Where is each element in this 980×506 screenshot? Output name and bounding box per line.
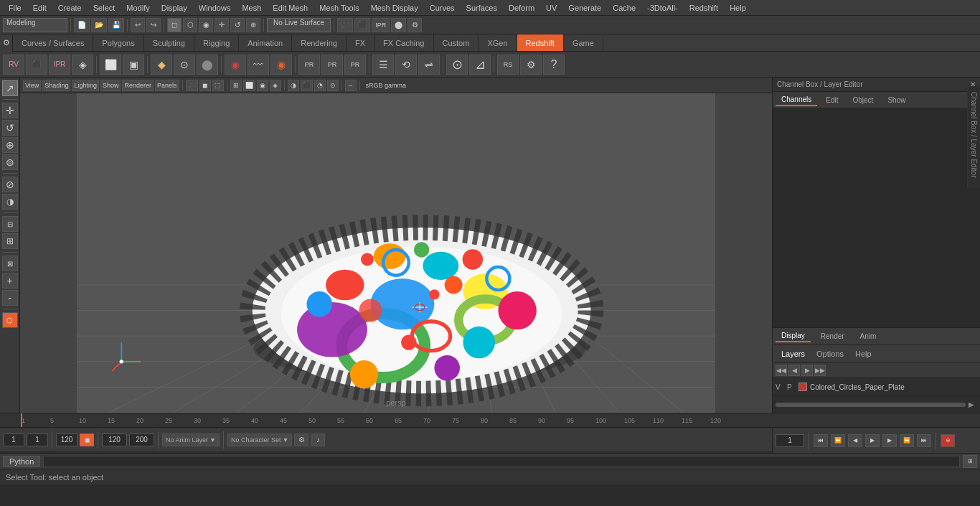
timeline-ruler[interactable]: 1 5 10 15 20 25 30 35 40 45 50 55 60 65 …	[0, 413, 980, 427]
vp-lighting-menu[interactable]: Lighting	[72, 80, 99, 91]
menu-surfaces[interactable]: Surfaces	[461, 2, 503, 14]
menu-cache[interactable]: Cache	[607, 2, 641, 14]
playback-range-btn[interactable]: ◼	[80, 434, 94, 446]
end-range-input[interactable]	[102, 434, 127, 446]
shelf-icon-7[interactable]: ◆	[151, 55, 172, 75]
tab-sculpting[interactable]: Sculpting	[144, 34, 194, 51]
anim-layer-dropdown[interactable]: No Anim Layer ▼	[162, 434, 220, 446]
prev-frame-btn[interactable]: ◀	[848, 434, 862, 447]
auto-key-btn[interactable]: ⊕	[941, 434, 955, 447]
tab-xgen[interactable]: XGen	[479, 34, 517, 51]
layer-prev-btn[interactable]: ◀◀	[776, 365, 787, 376]
scroll-right-btn[interactable]: ▶	[966, 399, 977, 411]
scrollbar-track[interactable]	[776, 403, 966, 407]
menu-curves[interactable]: Curves	[424, 2, 461, 14]
vp-renderer-menu[interactable]: Renderer	[122, 80, 154, 91]
menu-create[interactable]: Create	[52, 2, 88, 14]
shelf-icon-18[interactable]: RS	[497, 55, 519, 75]
menu-redshift[interactable]: Redshift	[684, 2, 724, 14]
menu-windows[interactable]: Windows	[193, 2, 237, 14]
shelf-icon-11[interactable]: 〰	[248, 55, 269, 75]
tab-fx-caching[interactable]: FX Caching	[374, 34, 433, 51]
vp-isolate-btn[interactable]: ⬚	[212, 80, 224, 91]
layer-item[interactable]: V P Colored_Circles_Paper_Plate	[773, 378, 980, 395]
tab-game[interactable]: Game	[564, 34, 603, 51]
vp-dof-btn[interactable]: ⊙	[327, 80, 339, 91]
vp-ao-btn[interactable]: ◔	[314, 80, 326, 91]
move-tool[interactable]: ✛	[2, 103, 18, 118]
shelf-icon-pr2[interactable]: PR	[321, 55, 343, 75]
ch-tab-show[interactable]: Show	[882, 95, 911, 106]
minus-tool[interactable]: -	[2, 290, 18, 306]
options-tab[interactable]: Options	[814, 348, 847, 360]
layer-next-btn[interactable]: ▶	[801, 365, 813, 376]
render2-btn[interactable]: ⬤	[391, 18, 406, 32]
menu-mesh-tools[interactable]: Mesh Tools	[314, 2, 364, 14]
layer-prev2-btn[interactable]: ◀	[788, 365, 800, 376]
render-tab[interactable]: Render	[815, 331, 850, 342]
snap-tool[interactable]: ⊟	[2, 216, 18, 232]
current-frame-input[interactable]	[3, 434, 24, 446]
help-tab[interactable]: Help	[852, 348, 875, 360]
ch-tab-object[interactable]: Object	[847, 95, 880, 106]
shelf-icon-15[interactable]: ⇌	[418, 55, 440, 75]
camera-tool[interactable]: ⬡	[2, 312, 18, 328]
shelf-icon-2[interactable]: ⬛	[26, 55, 47, 75]
redo-btn[interactable]: ↪	[146, 18, 161, 32]
layer-color-swatch[interactable]	[798, 383, 807, 391]
render-settings-btn[interactable]: ⚙	[407, 18, 422, 32]
step-forward-btn[interactable]: ⏩	[900, 434, 914, 447]
play-back-btn[interactable]: ▶	[865, 434, 880, 447]
shelf-icon-5[interactable]: ⬜	[100, 55, 121, 75]
vp-pan-btn[interactable]: ↔	[345, 80, 357, 91]
vp-texture-btn[interactable]: ◈	[270, 80, 281, 91]
menu-edit[interactable]: Edit	[27, 2, 52, 14]
new-file-btn[interactable]: 📄	[74, 18, 90, 32]
vp-xray-btn[interactable]: ◑	[288, 80, 299, 91]
scale-tool[interactable]: ⊕	[2, 137, 18, 153]
vp-render-icon[interactable]: ◼	[199, 80, 211, 91]
menu-generate[interactable]: Generate	[562, 2, 607, 14]
anim-tab[interactable]: Anim	[854, 331, 882, 342]
show-tool[interactable]: +	[2, 273, 18, 289]
ch-tab-channels[interactable]: Channels	[776, 94, 817, 106]
measure-tool[interactable]: ⊞	[2, 233, 18, 249]
paint-tool[interactable]: ◑	[2, 194, 18, 210]
shelf-icon-16[interactable]: ⊙	[446, 55, 468, 75]
layer-scrollbar[interactable]: ▶	[773, 395, 980, 413]
python-input[interactable]	[43, 456, 960, 467]
shelf-icon-8[interactable]: ⊙	[174, 55, 195, 75]
menu-mesh-display[interactable]: Mesh Display	[365, 2, 424, 14]
vp-smooth-btn[interactable]: ◉	[257, 80, 268, 91]
rotate-tool[interactable]: ↺	[2, 120, 18, 136]
menu-select[interactable]: Select	[88, 2, 121, 14]
scale-btn[interactable]: ⊕	[246, 18, 260, 32]
shelf-icon-17[interactable]: ⊿	[469, 55, 491, 75]
camera-btn[interactable]: 🎥	[337, 18, 353, 32]
paint-select-btn[interactable]: ◉	[199, 18, 213, 32]
undo-btn[interactable]: ↩	[131, 18, 145, 32]
viewport-canvas[interactable]: persp	[20, 93, 772, 413]
settings-btn[interactable]: ⚙	[294, 434, 308, 446]
select-tool-btn[interactable]: ◻	[167, 18, 182, 32]
menu-uv[interactable]: UV	[540, 2, 562, 14]
shelf-icon-pr3[interactable]: PR	[344, 55, 366, 75]
render-btn[interactable]: ⬛	[354, 18, 370, 32]
vp-shadow-btn[interactable]: ⬛	[301, 80, 313, 91]
lasso-btn[interactable]: ⬡	[183, 18, 197, 32]
shelf-icon-3[interactable]: IPR	[49, 55, 70, 75]
vp-wireframe-btn[interactable]: ⬜	[243, 80, 255, 91]
xray-tool[interactable]: ⊠	[2, 256, 18, 271]
vp-panels-menu[interactable]: Panels	[155, 80, 179, 91]
shelf-icon-4[interactable]: ◈	[72, 55, 93, 75]
shelf-icon-10[interactable]: ◉	[225, 55, 246, 75]
layer-next2-btn[interactable]: ▶▶	[814, 365, 826, 376]
vp-camera-icon[interactable]: 🎥	[186, 80, 198, 91]
vp-view-menu[interactable]: View	[23, 80, 41, 91]
soft-select-tool[interactable]: ⊚	[2, 154, 18, 170]
menu-3dto-all[interactable]: -3DtoAll-	[641, 2, 684, 14]
tab-rigging[interactable]: Rigging	[194, 34, 239, 51]
sculpt-tool[interactable]: ⊘	[2, 177, 18, 192]
open-file-btn[interactable]: 📂	[91, 18, 107, 32]
next-frame-btn[interactable]: ▶	[882, 434, 897, 447]
